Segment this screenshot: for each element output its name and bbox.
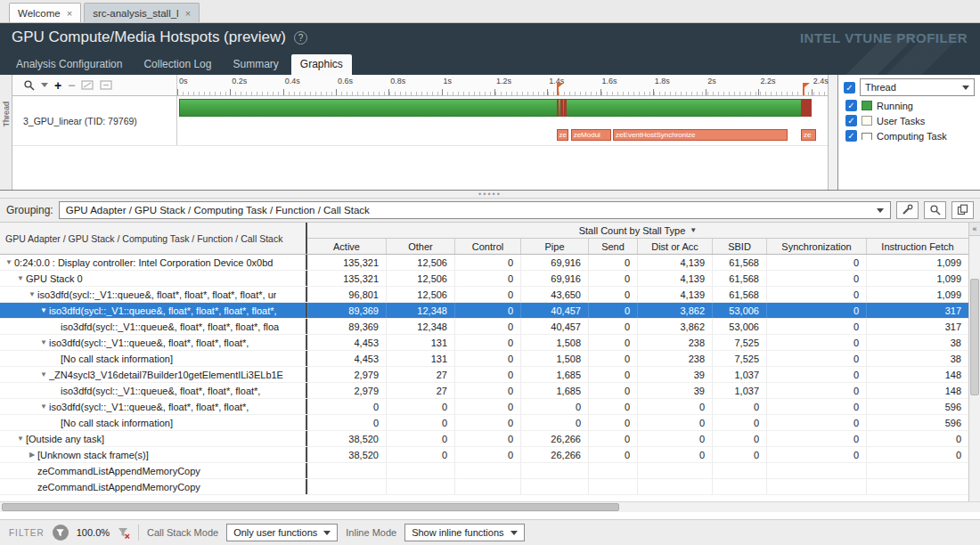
column-header-send[interactable]: Send xyxy=(588,239,637,254)
expander-icon[interactable]: ▼ xyxy=(4,258,14,266)
column-header-sbid[interactable]: SBID xyxy=(712,239,766,254)
timeline-toolbar: + − xyxy=(12,75,177,95)
inline-mode-select[interactable]: Show inline functions xyxy=(404,524,524,541)
expander-icon[interactable]: ▼ xyxy=(38,370,49,378)
grid-row[interactable]: ▼[Outside any task]38,5200026,26600000 xyxy=(0,431,968,447)
timeline-scrollbar[interactable] xyxy=(828,75,837,190)
collapse-columns-button[interactable]: « xyxy=(969,223,980,236)
value-cell: 0 xyxy=(520,415,588,430)
call-stack-mode-value: Only user functions xyxy=(233,527,317,538)
grouping-select[interactable]: GPU Adapter / GPU Stack / Computing Task… xyxy=(59,201,891,219)
thread-track[interactable]: zezeModulzeEventHostSynchronizeze xyxy=(177,96,828,145)
grid-vertical-scrollbar-thumb[interactable] xyxy=(970,279,979,395)
column-header-synchronization[interactable]: Synchronization xyxy=(766,239,866,254)
remove-filter-button[interactable] xyxy=(118,525,130,540)
expander-icon[interactable]: ▼ xyxy=(15,274,26,282)
zoom-mode-icon[interactable] xyxy=(23,78,35,93)
tab-close-icon[interactable]: × xyxy=(67,8,72,19)
grid-row[interactable]: ▼iso3dfd(sycl::_V1::queue&, float*, floa… xyxy=(0,303,968,319)
legend-band-select[interactable]: Thread xyxy=(860,78,975,96)
grid-row[interactable]: [No call stack information]4,45313101,50… xyxy=(0,351,968,367)
filter-funnel-badge[interactable] xyxy=(53,525,69,541)
search-button[interactable] xyxy=(924,201,946,219)
grid-row[interactable]: ▼_ZN4sycl3_V16detail7Builder10getElement… xyxy=(0,367,968,383)
search-icon xyxy=(929,204,941,217)
tree-cell: ▼GPU Stack 0 xyxy=(0,271,307,286)
ruler-tick-label: 1.8s xyxy=(655,77,670,85)
api-task-chip[interactable]: ze xyxy=(801,129,816,141)
value-cell: 38,520 xyxy=(307,447,386,462)
expander-icon[interactable]: ▼ xyxy=(38,403,49,411)
tree-cell-label: 0:24:0.0 : Display controller: Intel Cor… xyxy=(14,257,273,268)
api-task-chip[interactable]: ze xyxy=(557,129,569,141)
copy-rows-button[interactable] xyxy=(951,201,974,219)
column-header-control[interactable]: Control xyxy=(454,239,520,254)
grid-horizontal-scrollbar[interactable] xyxy=(0,501,980,512)
column-header-instruction-fetch[interactable]: Instruction Fetch xyxy=(866,239,968,254)
customize-grouping-button[interactable] xyxy=(896,201,919,219)
value-cell: 0 xyxy=(866,431,968,446)
panel-splitter[interactable]: ••••• xyxy=(0,191,980,199)
expander-icon[interactable]: ▼ xyxy=(15,435,26,443)
tab-analysis-configuration[interactable]: Analysis Configuration xyxy=(7,54,131,75)
tab-graphics[interactable]: Graphics xyxy=(291,54,352,75)
legend-checkbox[interactable]: ✓ xyxy=(845,100,857,111)
value-cell: 0 xyxy=(588,399,637,414)
ruler-track[interactable]: 0s0.2s0.4s0.6s0.8s1s1.2s1.4s1.6s1.8s2s2.… xyxy=(177,75,828,95)
grid-row[interactable]: ▼iso3dfd(sycl::_V1::queue&, float*, floa… xyxy=(0,399,968,415)
expander-icon[interactable]: ▼ xyxy=(38,306,49,314)
value-cell: 27 xyxy=(386,367,454,382)
legend-checkbox[interactable]: ✓ xyxy=(845,115,857,126)
ruler-tick-mark xyxy=(336,89,337,95)
doc-tab[interactable]: Welcome× xyxy=(9,3,81,22)
tab-close-icon[interactable]: × xyxy=(185,8,191,19)
column-header-dist-or-acc[interactable]: Dist or Acc xyxy=(637,239,712,254)
help-icon[interactable]: ? xyxy=(294,31,307,45)
grid-row[interactable]: [No call stack information]00000000596 xyxy=(0,415,968,431)
grid-row[interactable]: ▼iso3dfd(sycl::_V1::queue&, float*, floa… xyxy=(0,335,968,351)
legend-checkbox[interactable]: ✓ xyxy=(845,130,857,142)
value-cell xyxy=(637,463,712,478)
grid-row[interactable]: zeCommandListAppendMemoryCopy xyxy=(0,463,968,479)
value-cell: 317 xyxy=(866,303,968,318)
grid-header: GPU Adapter / GPU Stack / Computing Task… xyxy=(0,223,968,255)
expander-icon[interactable]: ▼ xyxy=(38,338,49,346)
zoom-in-icon[interactable]: + xyxy=(54,78,61,93)
api-task-chip[interactable]: zeEventHostSynchronize xyxy=(613,129,788,141)
column-header-pipe[interactable]: Pipe xyxy=(520,239,588,254)
value-cell: 0 xyxy=(454,255,520,270)
api-task-chip[interactable]: zeModul xyxy=(571,129,611,141)
grid-row[interactable]: iso3dfd(sycl::_V1::queue&, float*, float… xyxy=(0,383,968,399)
call-stack-mode-select[interactable]: Only user functions xyxy=(226,524,338,541)
doc-tab[interactable]: src-analysis_stall_l× xyxy=(84,3,200,22)
grid-row[interactable]: zeCommandListAppendMemoryCopy xyxy=(0,479,968,495)
thread-band-checkbox[interactable]: ✓ xyxy=(844,82,855,94)
tab-collection-log[interactable]: Collection Log xyxy=(135,54,220,75)
column-header-other[interactable]: Other xyxy=(386,239,454,254)
grid-row[interactable]: ▼GPU Stack 0135,32112,506069,91604,13961… xyxy=(0,271,968,287)
value-cell: 0 xyxy=(454,447,520,462)
reset-zoom-icon[interactable] xyxy=(100,78,112,93)
grid-row[interactable]: ▼iso3dfd(sycl::_V1::queue&, float*, floa… xyxy=(0,287,968,303)
grid-row[interactable]: iso3dfd(sycl::_V1::queue&, float*, float… xyxy=(0,319,968,335)
thread-row-label[interactable]: 3_GPU_linear (TID: 79769) xyxy=(12,96,177,145)
tree-column-header[interactable]: GPU Adapter / GPU Stack / Computing Task… xyxy=(0,223,307,254)
zoom-mode-caret-icon[interactable] xyxy=(41,83,48,87)
grid-row[interactable]: ▼0:24:0.0 : Display controller: Intel Co… xyxy=(0,255,968,271)
tree-cell: iso3dfd(sycl::_V1::queue&, float*, float… xyxy=(0,319,307,334)
value-cell: 0 xyxy=(588,287,637,302)
grid-horizontal-scrollbar-thumb[interactable] xyxy=(2,503,619,511)
tree-cell-label: iso3dfd(sycl::_V1::queue&, float*, float… xyxy=(61,321,279,332)
zoom-region-icon[interactable] xyxy=(81,78,94,93)
expander-icon[interactable]: ▶ xyxy=(27,451,37,459)
ruler-tick-mark xyxy=(706,89,706,95)
tab-summary[interactable]: Summary xyxy=(224,54,287,75)
tree-cell: ▼iso3dfd(sycl::_V1::queue&, float*, floa… xyxy=(0,335,307,350)
grid-vertical-scrollbar[interactable] xyxy=(969,236,980,501)
group-column-header[interactable]: Stall Count by Stall Type ▼ xyxy=(307,223,968,239)
value-cell: 0 xyxy=(386,415,454,430)
expander-icon[interactable]: ▼ xyxy=(27,290,37,298)
zoom-out-icon[interactable]: − xyxy=(68,78,75,93)
column-header-active[interactable]: Active xyxy=(307,239,386,254)
grid-row[interactable]: ▶[Unknown stack frame(s)]38,5200026,2660… xyxy=(0,447,968,463)
